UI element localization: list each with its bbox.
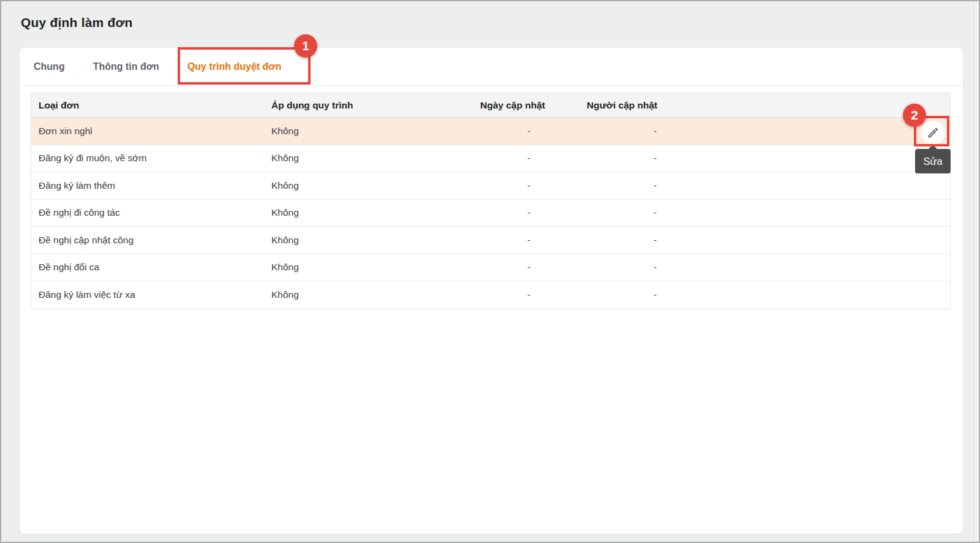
cell-updated-by: - [579, 289, 950, 300]
tab-bar: Chung Thông tin đơn Quy trình duyệt đơn [20, 48, 963, 86]
cell-apply-process: Không [264, 289, 473, 300]
cell-updated-by: - [579, 126, 950, 137]
table-header-row: Loại đơn Áp dụng quy trình Ngày cập nhật… [31, 93, 950, 118]
edit-button[interactable] [921, 121, 945, 145]
scrollbar-track[interactable] [974, 1, 979, 542]
table-row: Đề nghị đi công tác Không - - [31, 200, 950, 227]
tab-chung[interactable]: Chung [20, 48, 79, 85]
cell-form-type: Đề nghị cập nhật công [31, 235, 264, 246]
page-title: Quy định làm đơn [21, 15, 133, 30]
table-row: Đăng ký đi muộn, về sớm Không - - [31, 145, 950, 173]
cell-apply-process: Không [264, 126, 473, 137]
edit-tooltip-label: Sửa [923, 156, 942, 167]
edit-tooltip: Sửa [915, 149, 951, 173]
cell-updated-by: - [579, 207, 950, 218]
cell-form-type: Đơn xin nghỉ [31, 126, 264, 137]
pencil-icon [927, 126, 940, 139]
cell-apply-process: Không [264, 235, 473, 246]
cell-updated-by: - [579, 180, 950, 191]
cell-updated-date: - [473, 180, 579, 191]
cell-form-type: Đề nghị đi công tác [31, 207, 264, 218]
cell-apply-process: Không [264, 207, 473, 218]
tab-quy-trinh-duyet-don[interactable]: Quy trình duyệt đơn [173, 48, 296, 85]
cell-updated-by: - [579, 262, 950, 273]
column-header-ap-dung-quy-trinh: Áp dụng quy trình [264, 100, 473, 111]
cell-updated-by: - [579, 235, 950, 246]
cell-updated-date: - [473, 153, 579, 164]
cell-apply-process: Không [264, 153, 473, 164]
column-header-ngay-cap-nhat: Ngày cập nhật [473, 100, 579, 111]
column-header-loai-don: Loại đơn [31, 100, 264, 111]
cell-form-type: Đăng ký làm việc từ xa [31, 289, 264, 300]
tab-thong-tin-don[interactable]: Thông tin đơn [79, 48, 173, 85]
table-row: Đơn xin nghỉ Không - - [31, 118, 950, 145]
cell-updated-date: - [473, 235, 579, 246]
cell-form-type: Đăng ký đi muộn, về sớm [31, 153, 264, 164]
cell-updated-by: - [579, 153, 950, 164]
table-row: Đăng ký làm việc từ xa Không - - [31, 281, 950, 309]
annotation-badge-1: 1 [294, 34, 317, 58]
cell-updated-date: - [473, 289, 579, 300]
cell-updated-date: - [473, 126, 579, 137]
table-row: Đề nghị cập nhật công Không - - [31, 227, 950, 254]
cell-form-type: Đề nghị đổi ca [31, 262, 264, 273]
cell-updated-date: - [473, 262, 579, 273]
cell-apply-process: Không [264, 180, 473, 191]
cell-updated-date: - [473, 207, 579, 218]
cell-apply-process: Không [264, 262, 473, 273]
annotation-badge-2: 2 [903, 104, 926, 127]
approval-process-table: Loại đơn Áp dụng quy trình Ngày cập nhật… [31, 93, 951, 309]
table-row: Đăng ký làm thêm Không - - [31, 172, 950, 200]
page: Quy định làm đơn Chung Thông tin đơn Quy… [0, 0, 980, 543]
table-row: Đề nghị đổi ca Không - - [31, 254, 950, 282]
column-header-nguoi-cap-nhat: Người cập nhật [579, 100, 950, 111]
content-card: Chung Thông tin đơn Quy trình duyệt đơn … [20, 48, 963, 534]
cell-form-type: Đăng ký làm thêm [31, 180, 264, 191]
